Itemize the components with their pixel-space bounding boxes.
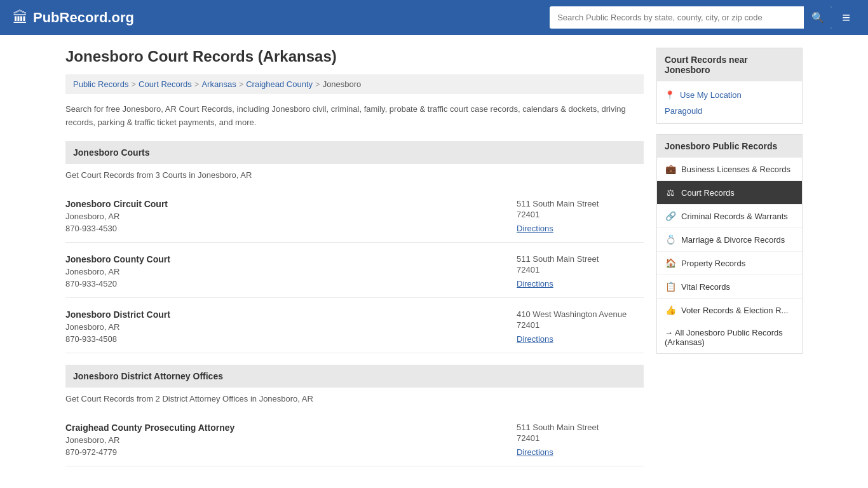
court-entry-county: Jonesboro County Court Jonesboro, AR 870… — [65, 245, 644, 298]
search-icon: 🔍 — [811, 12, 824, 23]
breadcrumb-public-records[interactable]: Public Records — [73, 79, 128, 89]
sidebar-label-business: Business Licenses & Records — [681, 165, 790, 174]
sidebar-item-voter: 👍 Voter Records & Election R... — [657, 299, 802, 322]
sidebar-records-list: 💼 Business Licenses & Records ⚖ Court Re… — [657, 158, 802, 322]
courts-section-header: Jonesboro Courts — [65, 141, 644, 164]
sidebar-label-marriage: Marriage & Divorce Records — [681, 235, 785, 245]
court-zip-county: 72401 — [517, 265, 644, 274]
sidebar-link-court-records[interactable]: ⚖ Court Records — [657, 181, 802, 204]
court-city-circuit: Jonesboro, AR — [65, 212, 168, 221]
court-zip-da: 72401 — [517, 433, 644, 443]
directions-link-county[interactable]: Directions — [517, 279, 553, 288]
sidebar-item-business: 💼 Business Licenses & Records — [657, 158, 802, 181]
court-entry-circuit: Jonesboro Circuit Court Jonesboro, AR 87… — [65, 190, 644, 243]
sidebar-label-criminal: Criminal Records & Warrants — [681, 212, 788, 221]
da-sub-description: Get Court Records from 2 District Attorn… — [65, 394, 644, 403]
search-input[interactable] — [550, 8, 804, 27]
business-icon: 💼 — [665, 164, 676, 174]
directions-link-da[interactable]: Directions — [517, 447, 553, 457]
content-area: Jonesboro Court Records (Arkansas) Publi… — [65, 48, 644, 469]
court-left-circuit: Jonesboro Circuit Court Jonesboro, AR 87… — [65, 199, 168, 233]
breadcrumb: Public Records > Court Records > Arkansa… — [65, 74, 644, 94]
sidebar-link-property[interactable]: 🏠 Property Records — [657, 252, 802, 274]
court-city-county: Jonesboro, AR — [65, 267, 170, 276]
vital-icon: 📋 — [665, 281, 676, 292]
court-street-circuit: 511 South Main Street — [517, 199, 644, 208]
logo-text: PubRecord.org — [33, 10, 134, 26]
court-icon: ⚖ — [665, 187, 676, 198]
criminal-icon: 🔗 — [665, 211, 676, 221]
court-street-district: 410 West Washington Avenue — [517, 309, 644, 319]
court-street-county: 511 South Main Street — [517, 254, 644, 264]
sidebar-item-court-records: ⚖ Court Records — [657, 181, 802, 205]
property-icon: 🏠 — [665, 258, 676, 268]
directions-link-district[interactable]: Directions — [517, 334, 553, 344]
court-entry-da: Craighead County Prosecuting Attorney Jo… — [65, 414, 644, 466]
breadcrumb-sep-4: > — [315, 79, 320, 89]
breadcrumb-jonesboro: Jonesboro — [323, 79, 362, 89]
sidebar-link-business[interactable]: 💼 Business Licenses & Records — [657, 158, 802, 180]
breadcrumb-arkansas[interactable]: Arkansas — [201, 79, 236, 89]
court-left-county: Jonesboro County Court Jonesboro, AR 870… — [65, 254, 170, 288]
hamburger-icon: ≡ — [842, 10, 850, 25]
sidebar-records-box: Jonesboro Public Records 💼 Business Lice… — [656, 134, 803, 354]
page-title: Jonesboro Court Records (Arkansas) — [65, 48, 644, 65]
use-my-location[interactable]: 📍 Use My Location — [665, 86, 794, 104]
location-pin-icon: 📍 — [665, 90, 675, 100]
court-city-da: Jonesboro, AR — [65, 435, 234, 445]
court-right-district: 410 West Washington Avenue 72401 Directi… — [517, 309, 644, 344]
breadcrumb-court-records[interactable]: Court Records — [139, 79, 192, 89]
search-button[interactable]: 🔍 — [804, 6, 832, 29]
logo-icon: 🏛 — [13, 9, 28, 27]
main-container: Jonesboro Court Records (Arkansas) Publi… — [53, 35, 815, 482]
sidebar-link-vital[interactable]: 📋 Vital Records — [657, 275, 802, 298]
marriage-icon: 💍 — [665, 234, 676, 245]
header-right: 🔍 ≡ — [550, 6, 855, 29]
da-section-header: Jonesboro District Attorney Offices — [65, 365, 644, 388]
sidebar-item-property: 🏠 Property Records — [657, 252, 802, 275]
sidebar-label-voter: Voter Records & Election R... — [681, 306, 788, 315]
court-right-county: 511 South Main Street 72401 Directions — [517, 254, 644, 288]
court-entry-district: Jonesboro District Court Jonesboro, AR 8… — [65, 301, 644, 353]
nearby-city-paragould[interactable]: Paragould — [665, 104, 794, 118]
breadcrumb-craighead[interactable]: Craighead County — [246, 79, 313, 89]
sidebar-item-vital: 📋 Vital Records — [657, 275, 802, 299]
sidebar-item-criminal: 🔗 Criminal Records & Warrants — [657, 205, 802, 228]
court-phone-county: 870-933-4520 — [65, 279, 170, 288]
court-right-circuit: 511 South Main Street 72401 Directions — [517, 199, 644, 233]
sidebar-link-criminal[interactable]: 🔗 Criminal Records & Warrants — [657, 205, 802, 227]
court-name-circuit: Jonesboro Circuit Court — [65, 199, 168, 209]
court-name-county: Jonesboro County Court — [65, 254, 170, 264]
court-city-district: Jonesboro, AR — [65, 322, 170, 332]
sidebar-label-court-records: Court Records — [681, 188, 735, 198]
court-phone-da: 870-972-4779 — [65, 447, 234, 457]
court-phone-district: 870-933-4508 — [65, 334, 170, 344]
sidebar: Court Records near Jonesboro 📍 Use My Lo… — [656, 48, 803, 469]
page-description: Search for free Jonesboro, AR Court Reco… — [65, 103, 644, 130]
sidebar-nearby-body: 📍 Use My Location Paragould — [657, 81, 802, 123]
sidebar-link-voter[interactable]: 👍 Voter Records & Election R... — [657, 299, 802, 322]
court-left-da: Craighead County Prosecuting Attorney Jo… — [65, 423, 234, 457]
site-header: 🏛 PubRecord.org 🔍 ≡ — [0, 0, 868, 35]
sidebar-item-marriage: 💍 Marriage & Divorce Records — [657, 228, 802, 252]
use-my-location-label: Use My Location — [680, 90, 742, 100]
sidebar-nearby-box: Court Records near Jonesboro 📍 Use My Lo… — [656, 48, 803, 124]
breadcrumb-sep-3: > — [239, 79, 244, 89]
court-phone-circuit: 870-933-4530 — [65, 224, 168, 233]
court-zip-district: 72401 — [517, 320, 644, 330]
sidebar-label-vital: Vital Records — [681, 282, 730, 292]
court-name-da: Craighead County Prosecuting Attorney — [65, 423, 234, 433]
menu-button[interactable]: ≡ — [837, 7, 855, 29]
breadcrumb-sep-2: > — [194, 79, 200, 89]
court-name-district: Jonesboro District Court — [65, 309, 170, 320]
directions-link-circuit[interactable]: Directions — [517, 224, 553, 233]
court-left-district: Jonesboro District Court Jonesboro, AR 8… — [65, 309, 170, 344]
sidebar-link-marriage[interactable]: 💍 Marriage & Divorce Records — [657, 228, 802, 251]
breadcrumb-sep-1: > — [131, 79, 136, 89]
search-bar: 🔍 — [550, 6, 832, 29]
court-street-da: 511 South Main Street — [517, 423, 644, 432]
all-records-link[interactable]: → All Jonesboro Public Records (Arkansas… — [657, 322, 802, 353]
court-zip-circuit: 72401 — [517, 210, 644, 219]
courts-sub-description: Get Court Records from 3 Courts in Jones… — [65, 170, 644, 180]
court-right-da: 511 South Main Street 72401 Directions — [517, 423, 644, 457]
